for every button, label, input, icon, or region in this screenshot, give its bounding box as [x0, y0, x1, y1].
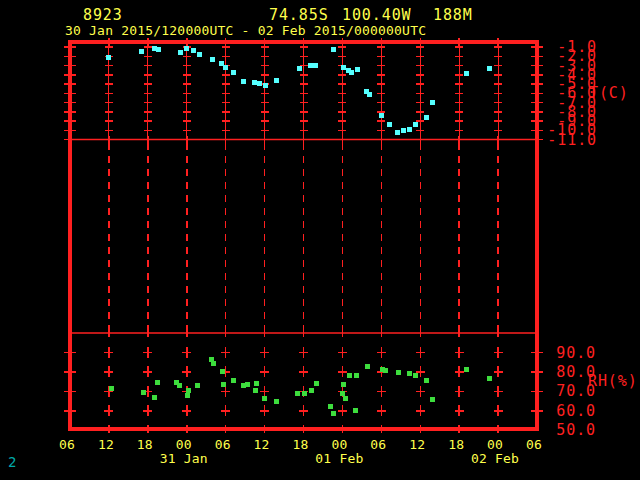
- rh-series-point: [245, 382, 250, 387]
- rh-series-point: [314, 381, 319, 386]
- time-tick-label: 12: [409, 437, 425, 452]
- rh-series-point: [347, 373, 352, 378]
- rh-series-point: [302, 391, 307, 396]
- time-tick-label: 18: [448, 437, 464, 452]
- rh-series-point: [195, 383, 200, 388]
- rh-tick-label: 60.0: [556, 402, 596, 420]
- time-tick-label: 18: [137, 437, 153, 452]
- rh-axis-title: RH(%): [588, 374, 638, 388]
- temperature-series-point: [210, 57, 215, 62]
- rh-series-point: [487, 376, 492, 381]
- temperature-series-point: [156, 47, 161, 52]
- temperature-series-point: [252, 80, 257, 85]
- temperature-series-point: [231, 70, 236, 75]
- temperature-series-point: [308, 63, 313, 68]
- page-number: 2: [8, 455, 16, 469]
- temperature-series-point: [191, 48, 196, 53]
- rh-series-point: [383, 368, 388, 373]
- time-tick-label: 00: [331, 437, 347, 452]
- date-label: 31 Jan: [160, 451, 208, 466]
- rh-series-point: [254, 381, 259, 386]
- rh-series-point: [413, 373, 418, 378]
- temperature-series-point: [178, 50, 183, 55]
- temperature-series-point: [341, 65, 346, 70]
- temperature-series-point: [464, 71, 469, 76]
- time-tick-label: 12: [254, 437, 270, 452]
- temperature-series: [106, 46, 492, 134]
- temperature-series-point: [367, 92, 372, 97]
- temperature-series-point: [430, 100, 435, 105]
- rh-series-point: [186, 388, 191, 393]
- temperature-axis-title: T(C): [589, 86, 629, 100]
- time-tick-label: 06: [526, 437, 542, 452]
- rh-series-point: [109, 386, 114, 391]
- temperature-series-point: [387, 122, 392, 127]
- time-axis-labels: 0612180006121800061218000631 Jan01 Feb02…: [59, 437, 542, 466]
- temperature-series-point: [331, 47, 336, 52]
- rh-axis-tick-labels: 90.080.070.060.050.0: [556, 344, 596, 440]
- rh-series-point: [231, 378, 236, 383]
- rh-series-point: [341, 382, 346, 387]
- temperature-series-point: [424, 115, 429, 120]
- temperature-series-point: [355, 67, 360, 72]
- temperature-series-point: [197, 52, 202, 57]
- time-tick-label: 06: [59, 437, 75, 452]
- rh-series-point: [309, 388, 314, 393]
- rh-series-point: [343, 396, 348, 401]
- temperature-series-point: [139, 49, 144, 54]
- plot-grid: [64, 38, 543, 433]
- rh-series-point: [353, 408, 358, 413]
- temperature-series-point: [219, 61, 224, 66]
- time-tick-label: 06: [370, 437, 386, 452]
- rh-series-point: [209, 357, 214, 362]
- temperature-series-point: [257, 81, 262, 86]
- rh-series-point: [407, 371, 412, 376]
- temperature-series-point: [379, 113, 384, 118]
- rh-series-point: [430, 397, 435, 402]
- temperature-series-point: [106, 55, 111, 60]
- temperature-series-point: [413, 122, 418, 127]
- rh-series-point: [340, 391, 345, 396]
- rh-series-point: [221, 382, 226, 387]
- time-tick-label: 18: [292, 437, 308, 452]
- date-label: 01 Feb: [315, 451, 363, 466]
- rh-tick-label: 90.0: [556, 344, 596, 362]
- rh-series-point: [152, 395, 157, 400]
- rh-series-point: [177, 383, 182, 388]
- rh-series-point: [331, 411, 336, 416]
- rh-series-point: [328, 404, 333, 409]
- time-tick-label: 00: [487, 437, 503, 452]
- temperature-series-point: [395, 130, 400, 135]
- time-tick-label: 00: [176, 437, 192, 452]
- temperature-series-point: [297, 66, 302, 71]
- rh-series-point: [141, 390, 146, 395]
- temperature-series-point: [223, 65, 228, 70]
- rh-series-point: [464, 367, 469, 372]
- rh-series-point: [295, 391, 300, 396]
- rh-series-point: [253, 388, 258, 393]
- rh-series-point: [274, 399, 279, 404]
- temperature-series-point: [313, 63, 318, 68]
- rh-tick-label: 50.0: [556, 421, 596, 439]
- time-tick-label: 12: [98, 437, 114, 452]
- temperature-series-point: [407, 127, 412, 132]
- rh-series-point: [262, 396, 267, 401]
- station-time-series-chart: -1.0-2.0-3.0-4.0-5.0-6.0-7.0-8.0-9.0-10.…: [0, 0, 640, 480]
- rh-series: [109, 357, 492, 416]
- rh-series-point: [365, 364, 370, 369]
- rh-series-point: [185, 393, 190, 398]
- temperature-series-point: [152, 46, 157, 51]
- temperature-series-point: [241, 79, 246, 84]
- temperature-series-point: [263, 83, 268, 88]
- temp-tick-label: -11.0: [547, 131, 597, 149]
- rh-series-point: [220, 369, 225, 374]
- temperature-series-point: [274, 78, 279, 83]
- date-label: 02 Feb: [471, 451, 519, 466]
- rh-series-point: [396, 370, 401, 375]
- temperature-series-point: [401, 128, 406, 133]
- rh-series-point: [354, 373, 359, 378]
- temperature-series-point: [184, 46, 189, 51]
- rh-series-point: [424, 378, 429, 383]
- time-tick-label: 06: [215, 437, 231, 452]
- temperature-series-point: [487, 66, 492, 71]
